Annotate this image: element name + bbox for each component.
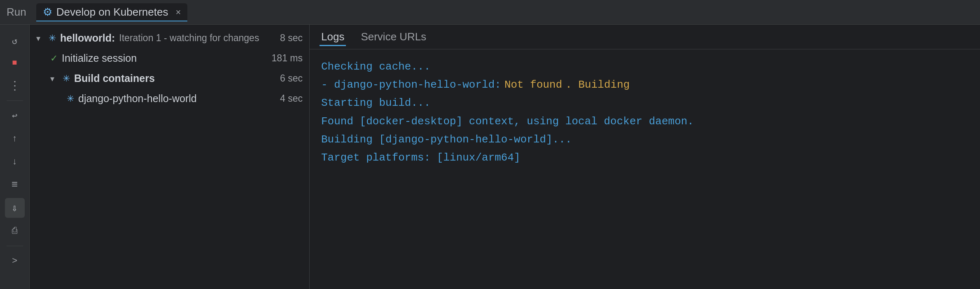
tree-item-helloworld[interactable]: ▾ ✳ helloworld: Iteration 1 - watching f… bbox=[30, 28, 309, 48]
toolbar-separator-2 bbox=[7, 246, 23, 246]
chevron-down-icon-build: ▾ bbox=[50, 74, 58, 84]
close-icon[interactable]: × bbox=[175, 7, 181, 18]
print-button[interactable]: ⎙ bbox=[5, 221, 25, 241]
kubernetes-icon: ⚙ bbox=[43, 6, 52, 19]
log-text-building-django: Building [django-python-hello-world]... bbox=[321, 131, 572, 149]
log-line-1: Checking cache... bbox=[321, 58, 968, 76]
toolbar-separator-1 bbox=[7, 100, 23, 101]
initialize-session-label: Initialize session bbox=[62, 52, 137, 64]
import-button[interactable]: ⇩ bbox=[5, 198, 25, 218]
log-text-found-docker: Found [docker-desktop] context, using lo… bbox=[321, 112, 694, 131]
stop-button[interactable]: ■ bbox=[5, 53, 25, 72]
log-line-6: Target platforms: [linux/arm64] bbox=[321, 149, 968, 167]
log-content[interactable]: Checking cache... - django-python-hello-… bbox=[310, 49, 980, 289]
rerun-button[interactable]: ↺ bbox=[5, 31, 25, 51]
tree-item-django[interactable]: ✳ django-python-hello-world 4 sec bbox=[30, 89, 309, 109]
helloworld-time: 8 sec bbox=[280, 33, 303, 44]
tree-item-build-containers[interactable]: ▾ ✳ Build containers 6 sec bbox=[30, 68, 309, 89]
tab-run[interactable]: Run bbox=[7, 6, 26, 19]
main-layout: ↺ ■ ⋮ ↩ ↑ ↓ ≡ ⇩ ⎙ > ▾ ✳ helloworld: Iter… bbox=[0, 25, 980, 289]
spinner-icon-django: ✳ bbox=[67, 93, 74, 104]
log-line-2: - django-python-hello-world: Not found. … bbox=[321, 76, 968, 94]
tab-develop-kubernetes[interactable]: ⚙ Develop on Kubernetes × bbox=[36, 3, 188, 21]
tab-logs[interactable]: Logs bbox=[320, 28, 346, 46]
log-tabs: Logs Service URLs bbox=[310, 25, 980, 49]
build-containers-time: 6 sec bbox=[280, 73, 303, 84]
log-line-3: Starting build... bbox=[321, 94, 968, 112]
check-icon: ✓ bbox=[50, 53, 58, 64]
initialize-session-time: 181 ms bbox=[272, 53, 303, 64]
log-text-target-platforms: Target platforms: [linux/arm64] bbox=[321, 149, 520, 167]
spinner-icon-build: ✳ bbox=[63, 73, 70, 84]
log-text-django-prefix: - django-python-hello-world: bbox=[321, 76, 501, 94]
left-toolbar: ↺ ■ ⋮ ↩ ↑ ↓ ≡ ⇩ ⎙ > bbox=[0, 25, 30, 289]
log-text-not-found: Not found bbox=[504, 76, 562, 94]
chevron-down-icon: ▾ bbox=[36, 33, 44, 43]
build-containers-label: Build containers bbox=[74, 72, 155, 84]
log-panel: Logs Service URLs Checking cache... - dj… bbox=[310, 25, 980, 289]
toolbar-group-top: ↺ ■ bbox=[5, 31, 25, 72]
tab-active-label: Develop on Kubernetes bbox=[56, 6, 168, 19]
tree-item-initialize-session[interactable]: ✓ Initialize session 181 ms bbox=[30, 48, 309, 68]
log-line-4: Found [docker-desktop] context, using lo… bbox=[321, 112, 968, 131]
up-button[interactable]: ↑ bbox=[5, 129, 25, 149]
log-line-5: Building [django-python-hello-world]... bbox=[321, 131, 968, 149]
helloworld-desc: Iteration 1 - watching for changes bbox=[119, 33, 259, 44]
helloworld-label: helloworld: bbox=[60, 32, 115, 44]
sort-button[interactable]: ≡ bbox=[5, 175, 25, 195]
tab-service-urls[interactable]: Service URLs bbox=[359, 28, 428, 46]
back-button[interactable]: ↩ bbox=[5, 106, 25, 126]
down-button[interactable]: ↓ bbox=[5, 152, 25, 172]
more-options-button[interactable]: ⋮ bbox=[5, 76, 25, 96]
spinner-icon-root: ✳ bbox=[49, 33, 56, 44]
tree-panel: ▾ ✳ helloworld: Iteration 1 - watching f… bbox=[30, 25, 310, 289]
expand-button[interactable]: > bbox=[5, 251, 25, 271]
log-text-building: . Building bbox=[565, 76, 630, 94]
django-time: 4 sec bbox=[280, 93, 303, 104]
django-label: django-python-hello-world bbox=[78, 93, 197, 105]
log-text-starting-build: Starting build... bbox=[321, 94, 430, 112]
log-text-checking: Checking cache... bbox=[321, 58, 430, 76]
tab-bar: Run ⚙ Develop on Kubernetes × bbox=[0, 0, 980, 25]
